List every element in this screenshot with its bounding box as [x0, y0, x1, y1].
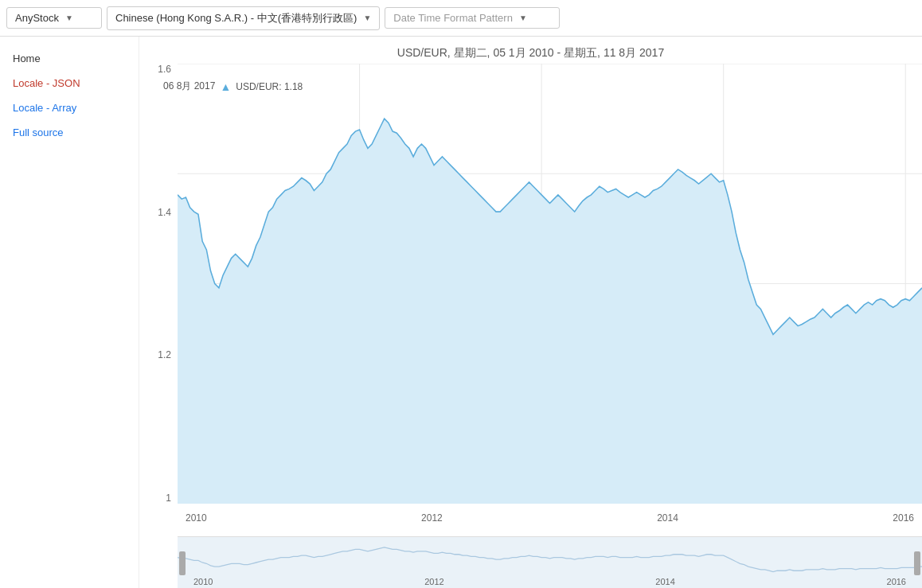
x-axis: 2010 2012 2014 2016: [178, 512, 922, 524]
locale-dropdown[interactable]: Chinese (Hong Kong S.A.R.) - 中文(香港特別行政區)…: [107, 6, 380, 30]
chart-svg-area[interactable]: [178, 64, 922, 504]
x-label-2016: 2016: [893, 512, 914, 524]
datetime-label: Date Time Format Pattern: [393, 12, 513, 24]
sidebar: Home Locale - JSON Locale - Array Full s…: [0, 37, 139, 588]
chart-container: 06 8月 2017 ▲ USD/EUR: 1.18 1.6 1.4 1.2 1: [139, 64, 922, 528]
anystock-label: AnyStock: [15, 12, 59, 24]
sidebar-item-locale-array[interactable]: Locale - Array: [0, 95, 139, 120]
anystock-chevron: ▼: [65, 14, 73, 22]
chart-svg: [178, 64, 922, 504]
datetime-chevron: ▼: [519, 14, 527, 22]
navigator-x-axis: 2010 2012 2014 2016: [178, 577, 922, 586]
navigator[interactable]: 2010 2012 2014 2016: [178, 536, 922, 588]
navigator-handle-right[interactable]: [914, 551, 920, 575]
main-area: USD/EUR, 星期二, 05 1月 2010 - 星期五, 11 8月 20…: [139, 37, 922, 588]
sidebar-item-locale-json[interactable]: Locale - JSON: [0, 71, 139, 95]
y-label-1: 1.6: [158, 64, 171, 75]
chart-title: USD/EUR, 星期二, 05 1月 2010 - 星期五, 11 8月 20…: [139, 37, 922, 64]
nav-x-label-2016: 2016: [887, 577, 906, 586]
sidebar-item-home[interactable]: Home: [0, 46, 139, 71]
y-axis: 1.6 1.4 1.2 1: [139, 64, 178, 504]
y-label-3: 1.2: [158, 349, 171, 360]
x-label-2014: 2014: [657, 512, 678, 524]
datetime-dropdown[interactable]: Date Time Format Pattern ▼: [385, 7, 560, 29]
content-area: Home Locale - JSON Locale - Array Full s…: [0, 37, 922, 588]
x-label-2012: 2012: [421, 512, 443, 524]
y-label-2: 1.4: [158, 207, 171, 218]
nav-x-label-2014: 2014: [655, 577, 674, 586]
nav-x-label-2010: 2010: [193, 577, 213, 586]
locale-label: Chinese (Hong Kong S.A.R.) - 中文(香港特別行政區): [115, 11, 357, 25]
x-label-2010: 2010: [186, 512, 207, 524]
nav-x-label-2012: 2012: [424, 577, 443, 586]
toolbar: AnyStock ▼ Chinese (Hong Kong S.A.R.) - …: [0, 0, 922, 37]
sidebar-item-full-source[interactable]: Full source: [0, 120, 139, 145]
y-label-4: 1: [166, 493, 171, 504]
anystock-dropdown[interactable]: AnyStock ▼: [6, 7, 102, 29]
navigator-handle-left[interactable]: [179, 551, 186, 575]
locale-chevron: ▼: [363, 14, 371, 22]
